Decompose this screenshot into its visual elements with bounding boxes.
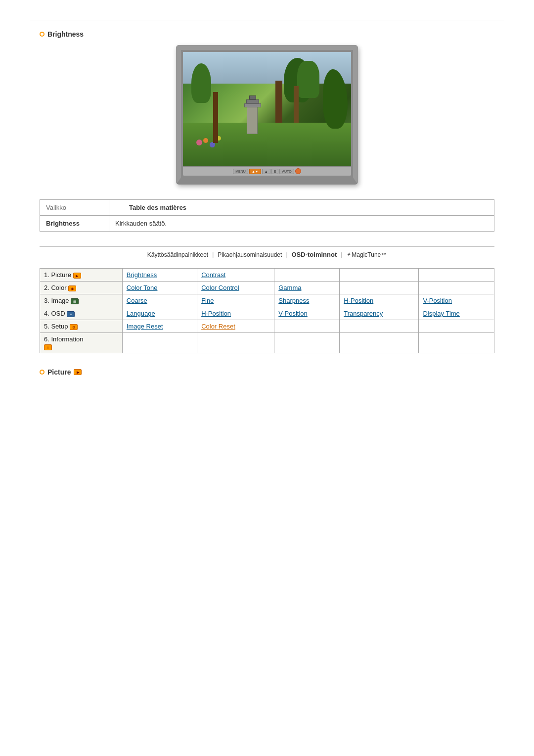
row-label-color: 2. Color ◉ <box>40 282 123 294</box>
table-row-content: Kirkkauden säätö. <box>109 216 494 231</box>
magictune-logo-icon: ✦ <box>346 251 351 258</box>
cell-gamma[interactable]: Gamma <box>274 282 340 294</box>
row-label-image: 3. Image ▦ <box>40 294 123 307</box>
cell-osd-h-position[interactable]: H-Position <box>197 307 274 320</box>
table-row-label: Brightness <box>40 216 109 231</box>
table-row: 6. Information i <box>40 333 494 353</box>
nav-link-quick[interactable]: Pikaohjausominaisuudet <box>218 251 282 258</box>
cell-empty-13 <box>419 333 494 353</box>
enter-button[interactable]: E <box>271 169 279 174</box>
power-button[interactable] <box>295 168 301 174</box>
cell-empty-4 <box>340 282 419 294</box>
nav-divider <box>40 246 494 247</box>
picture-circle-icon <box>40 370 44 375</box>
cell-empty-12 <box>340 333 419 353</box>
cell-empty-10 <box>197 333 274 353</box>
nav-links: Käyttösäädinpainikkeet | Pikaohjausomina… <box>40 251 494 258</box>
nav-sep-3: | <box>341 251 342 258</box>
color-icon: ◉ <box>68 285 76 291</box>
cell-empty-6 <box>274 320 340 333</box>
picture-section: Picture ▶ <box>40 368 494 376</box>
nav-section: Käyttösäädinpainikkeet | Pikaohjausomina… <box>40 246 494 258</box>
osd-table: 1. Picture ▶ Brightness Contrast 2. Colo… <box>40 268 494 353</box>
cell-color-control[interactable]: Color Control <box>197 282 274 294</box>
info-icon: i <box>44 344 52 350</box>
image-icon: ▦ <box>71 298 79 304</box>
table-row: 4. OSD ≡ Language H-Position V-Position … <box>40 307 494 320</box>
row-label-information: 6. Information i <box>40 333 123 353</box>
nav-link-magictune[interactable]: MagicTune™ <box>352 251 387 258</box>
table-data-row: Brightness Kirkkauden säätö. <box>40 216 494 231</box>
cell-h-position[interactable]: H-Position <box>340 294 419 307</box>
cell-empty-5 <box>419 282 494 294</box>
picture-section-title: Picture ▶ <box>40 368 494 376</box>
monitor-screen <box>183 52 351 166</box>
cell-color-reset[interactable]: Color Reset <box>197 320 274 333</box>
cell-empty-1 <box>274 269 340 282</box>
table-col1-header: Valikko <box>40 200 109 215</box>
cell-color-tone[interactable]: Color Tone <box>122 282 197 294</box>
cell-empty-7 <box>340 320 419 333</box>
cell-fine[interactable]: Fine <box>197 294 274 307</box>
table-header-row: Valikko Table des matières <box>40 200 494 216</box>
setup-icon: ⚙ <box>70 324 78 330</box>
picture-icon: ▶ <box>73 273 81 279</box>
cell-empty-9 <box>122 333 197 353</box>
up-down-button[interactable]: ▲▼ <box>249 169 261 174</box>
cell-contrast[interactable]: Contrast <box>197 269 274 282</box>
monitor-button-row: MENU ▲▼ ▲ E AUTO <box>183 167 351 176</box>
cell-coarse[interactable]: Coarse <box>122 294 197 307</box>
nav-link-controls[interactable]: Käyttösäädinpainikkeet <box>147 251 208 258</box>
circle-icon <box>40 32 44 37</box>
monitor-display: MENU ▲▼ ▲ E AUTO <box>40 45 494 185</box>
cell-empty-11 <box>274 333 340 353</box>
cell-v-position[interactable]: V-Position <box>419 294 494 307</box>
magictune-brand: ✦ MagicTune™ <box>346 251 387 258</box>
cell-transparency[interactable]: Transparency <box>340 307 419 320</box>
row-label-picture: 1. Picture ▶ <box>40 269 123 282</box>
info-table: Valikko Table des matières Brightness Ki… <box>40 199 494 232</box>
cell-empty-2 <box>340 269 419 282</box>
menu-button[interactable]: MENU <box>233 169 248 174</box>
cell-brightness[interactable]: Brightness <box>122 269 197 282</box>
nav-sep-1: | <box>212 251 214 258</box>
nav-sep-2: | <box>286 251 287 258</box>
table-row: 2. Color ◉ Color Tone Color Control Gamm… <box>40 282 494 294</box>
table-row: 1. Picture ▶ Brightness Contrast <box>40 269 494 282</box>
table-row: 5. Setup ⚙ Image Reset Color Reset <box>40 320 494 333</box>
arrow-button[interactable]: ▲ <box>262 169 270 174</box>
brightness-title: Brightness <box>40 30 494 38</box>
cell-display-time[interactable]: Display Time <box>419 307 494 320</box>
picture-section-icon: ▶ <box>74 369 82 375</box>
table-col2-header: Table des matières <box>109 200 494 215</box>
cell-image-reset[interactable]: Image Reset <box>122 320 197 333</box>
row-label-osd: 4. OSD ≡ <box>40 307 123 320</box>
monitor-outer: MENU ▲▼ ▲ E AUTO <box>176 45 358 185</box>
cell-osd-v-position[interactable]: V-Position <box>274 307 340 320</box>
cell-sharpness[interactable]: Sharpness <box>274 294 340 307</box>
row-label-setup: 5. Setup ⚙ <box>40 320 123 333</box>
table-row: 3. Image ▦ Coarse Fine Sharpness H-Posit… <box>40 294 494 307</box>
osd-icon: ≡ <box>67 311 75 317</box>
cell-empty-8 <box>419 320 494 333</box>
cell-empty-3 <box>419 269 494 282</box>
cell-language[interactable]: Language <box>122 307 197 320</box>
nav-link-osd[interactable]: OSD-toiminnot <box>292 251 337 258</box>
auto-button[interactable]: AUTO <box>279 169 294 174</box>
